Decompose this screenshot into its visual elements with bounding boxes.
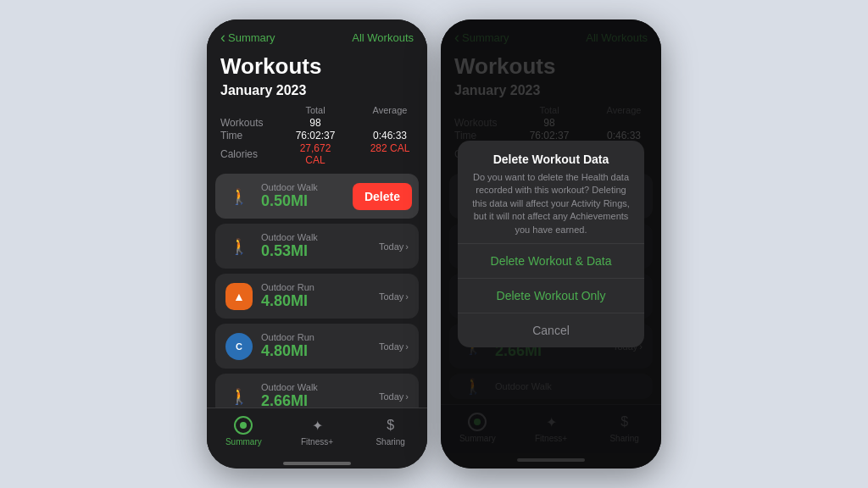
left-phone: Summary All Workouts Workouts January 20… (207, 19, 427, 469)
workout-dist-2: 4.80MI (261, 292, 379, 310)
left-nav-bar: Summary All Workouts (207, 19, 427, 50)
workout-info-3: Outdoor Run 4.80MI (261, 332, 379, 360)
left-stats-table: Total Average Workouts 98 Time 76:02:37 … (207, 105, 427, 174)
tab-summary[interactable]: Summary (207, 415, 281, 446)
stat-label-1: Time (220, 130, 292, 141)
sharing-tab-icon: $ (381, 415, 401, 435)
delete-workout-only-button[interactable]: Delete Workout Only (458, 279, 644, 313)
workout-dist-4: 2.66MI (261, 392, 379, 408)
walk-icon-1: 🚶 (225, 233, 253, 260)
workout-when-3: Today (379, 341, 409, 352)
tab-fitness[interactable]: ✦ Fitness+ (281, 415, 354, 446)
fitness-tab-icon: ✦ (307, 415, 327, 435)
stat-total-1: 76:02:37 (292, 130, 339, 141)
workout-type-1: Outdoor Walk (261, 232, 379, 242)
stat-label-0: Workouts (220, 117, 292, 129)
workout-item-2[interactable]: ▲ Outdoor Run 4.80MI Today (215, 274, 419, 319)
walk-icon-4: 🚶 (225, 383, 253, 408)
stat-total-0: 98 (292, 117, 339, 129)
stat-label-2: Calories (220, 148, 292, 160)
tab-sharing[interactable]: $ Sharing (353, 415, 427, 446)
stat-avg-0 (366, 117, 414, 129)
col-average: Average (366, 105, 414, 115)
workout-item-1[interactable]: 🚶 Outdoor Walk 0.53MI Today (215, 224, 419, 269)
left-back-button[interactable]: Summary (220, 30, 275, 45)
walk-icon-0: 🚶 (225, 183, 253, 210)
left-tab-bar: Summary ✦ Fitness+ $ Sharing (207, 408, 427, 457)
cancel-button[interactable]: Cancel (458, 313, 644, 347)
workout-dist-3: 4.80MI (261, 342, 379, 360)
workout-info-2: Outdoor Run 4.80MI (261, 282, 379, 310)
dialog-title: Delete Workout Data (471, 152, 631, 166)
tab-summary-label: Summary (225, 437, 262, 446)
summary-tab-icon (233, 415, 253, 435)
workout-info-4: Outdoor Walk 2.66MI (261, 382, 379, 408)
dialog-message: Do you want to delete the Health data re… (471, 171, 631, 236)
delete-dialog: Delete Workout Data Do you want to delet… (458, 141, 644, 347)
workout-when-4: Today (379, 391, 409, 402)
workout-when-1: Today (379, 241, 409, 252)
workout-dist-1: 0.53MI (261, 242, 379, 260)
workout-when-2: Today (379, 291, 409, 302)
stat-avg-1: 0:46:33 (366, 130, 414, 141)
left-nav-title[interactable]: All Workouts (352, 31, 414, 44)
workout-type-3: Outdoor Run (261, 332, 379, 342)
left-section-title: January 2023 (207, 81, 427, 105)
stat-total-2: 27,672 CAL (292, 142, 339, 166)
run-blue-icon-3: C (225, 333, 253, 360)
tab-fitness-label: Fitness+ (301, 437, 333, 446)
run-orange-icon-2: ▲ (225, 283, 253, 310)
workout-type-4: Outdoor Walk (261, 382, 379, 392)
left-workout-list: 🚶 Outdoor Walk 0.50MI Today Delete 🚶 Out… (207, 174, 427, 408)
workout-info-1: Outdoor Walk 0.53MI (261, 232, 379, 260)
tab-sharing-label: Sharing (376, 437, 404, 446)
delete-workout-data-button[interactable]: Delete Workout & Data (458, 244, 644, 279)
dialog-header: Delete Workout Data Do you want to delet… (458, 141, 644, 244)
delete-button[interactable]: Delete (353, 183, 412, 210)
workout-item-4[interactable]: 🚶 Outdoor Walk 2.66MI Today (215, 374, 419, 408)
workout-item-3[interactable]: C Outdoor Run 4.80MI Today (215, 324, 419, 369)
dialog-actions: Delete Workout & Data Delete Workout Onl… (458, 244, 644, 347)
workout-type-2: Outdoor Run (261, 282, 379, 292)
col-total: Total (292, 105, 339, 115)
phones-container: Summary All Workouts Workouts January 20… (207, 19, 661, 469)
right-phone: Summary All Workouts Workouts January 20… (441, 19, 661, 469)
right-screen: Summary All Workouts Workouts January 20… (441, 19, 661, 469)
stat-avg-2: 282 CAL (366, 142, 414, 166)
dialog-overlay: Delete Workout Data Do you want to delet… (441, 19, 661, 469)
workout-item-0[interactable]: 🚶 Outdoor Walk 0.50MI Today Delete (215, 174, 419, 219)
left-screen: Summary All Workouts Workouts January 20… (207, 19, 427, 469)
left-page-title: Workouts (207, 50, 427, 81)
